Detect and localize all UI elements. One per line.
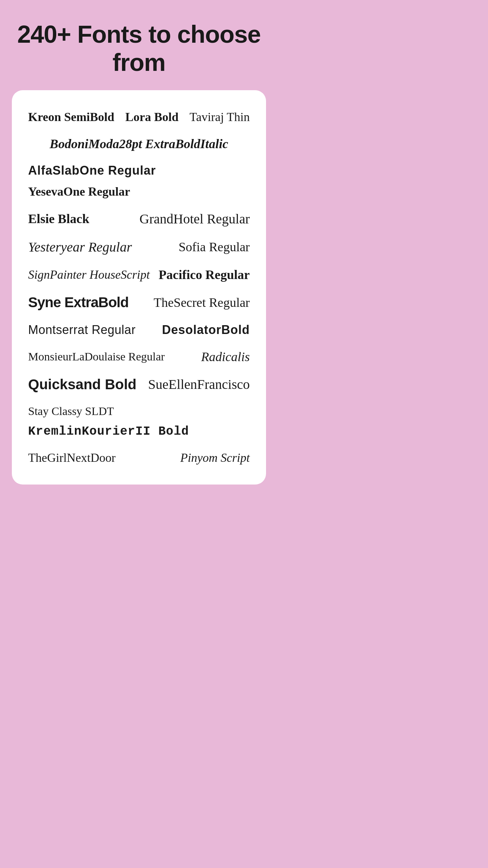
- font-thegirlnextdoor: TheGirlNextDoor: [28, 451, 116, 465]
- font-yesteryear-regular: Yesteryear Regular: [28, 239, 132, 255]
- font-radicalis: Radicalis: [201, 349, 250, 364]
- font-row-10: Quicksand Bold SueEllenFrancisco: [28, 370, 250, 399]
- font-montserrat-regular: Montserrat Regular: [28, 323, 136, 337]
- font-row-9: MonsieurLaDoulaise Regular Radicalis: [28, 343, 250, 370]
- font-desolator-bold: DesolatorBold: [162, 323, 250, 337]
- header-section: 240+ Fonts to choose from: [0, 0, 278, 90]
- page-title: 240+ Fonts to choose from: [14, 20, 264, 77]
- font-row-8: Montserrat Regular DesolatorBold: [28, 317, 250, 343]
- font-row-4: Elsie Black GrandHotel Regular: [28, 205, 250, 233]
- font-syne-extrabold: Syne ExtraBold: [28, 294, 128, 311]
- font-stayclassy-sldt: Stay Classy SLDT: [28, 405, 114, 418]
- font-yesevaone-regular: YesevaOne Regular: [28, 184, 130, 199]
- font-pacifico-regular: Pacifico Regular: [159, 267, 250, 282]
- font-kremlin-kourier-bold: KremlinKourierII Bold: [28, 425, 189, 438]
- font-kreon-semibold: Kreon SemiBold: [28, 110, 114, 124]
- font-row-7: Syne ExtraBold TheSecret Regular: [28, 288, 250, 317]
- font-lora-bold: Lora Bold: [125, 110, 179, 124]
- font-suellenfrancisco: SueEllenFrancisco: [148, 376, 250, 392]
- font-card: Kreon SemiBold Lora Bold Taviraj Thin Bo…: [12, 90, 266, 485]
- font-row-5: Yesteryear Regular Sofia Regular: [28, 233, 250, 261]
- font-row-2: BodoniModa28pt ExtraBoldItalic: [28, 130, 250, 157]
- font-row-3: AlfaSlabOne Regular YesevaOne Regular: [28, 157, 250, 205]
- font-sofia-regular: Sofia Regular: [179, 239, 250, 254]
- font-thesecret-regular: TheSecret Regular: [154, 295, 250, 310]
- font-bodonimoda-extrabold-italic: BodoniModa28pt ExtraBoldItalic: [50, 136, 228, 151]
- font-row-12: TheGirlNextDoor Pinyom Script: [28, 445, 250, 471]
- font-elsie-black: Elsie Black: [28, 211, 89, 226]
- font-pinyom-script: Pinyom Script: [180, 451, 250, 465]
- font-taviraj-thin: Taviraj Thin: [189, 110, 250, 124]
- font-row-1: Kreon SemiBold Lora Bold Taviraj Thin: [28, 104, 250, 130]
- font-signpainter-housescript: SignPainter HouseScript: [28, 268, 150, 282]
- font-row-11: Stay Classy SLDT KremlinKourierII Bold: [28, 399, 250, 445]
- font-row-6: SignPainter HouseScript Pacifico Regular: [28, 261, 250, 288]
- font-quicksand-bold: Quicksand Bold: [28, 376, 137, 393]
- font-grandhotel-regular: GrandHotel Regular: [140, 211, 250, 227]
- font-alfaslabone-regular: AlfaSlabOne Regular: [28, 163, 156, 178]
- font-monsieur-ladoulaise: MonsieurLaDoulaise Regular: [28, 350, 165, 363]
